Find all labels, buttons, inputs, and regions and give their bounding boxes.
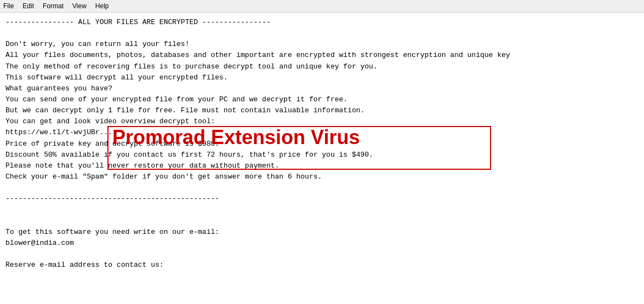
separator-line: ----------------------------------------… (5, 193, 639, 204)
line9: https://we.tl/t-wvjUBr... (5, 127, 639, 138)
line15: blower@india.com (5, 238, 639, 249)
line6: You can send one of your encrypted file … (5, 94, 639, 105)
menu-format[interactable]: Format (43, 2, 64, 10)
content-area: ---------------- ALL YOUR FILES ARE ENCR… (0, 13, 644, 275)
line13: Check your e-mail "Spam" folder if you d… (5, 171, 639, 182)
line16: Reserve e-mail address to contact us: (5, 260, 639, 271)
line10: Price of private key and decrypt softwar… (5, 139, 639, 150)
header-line: ---------------- ALL YOUR FILES ARE ENCR… (5, 17, 639, 28)
menu-file[interactable]: File (3, 2, 14, 10)
menu-help[interactable]: Help (95, 2, 109, 10)
line3: The only method of recovering files is t… (5, 61, 639, 72)
line8: You can get and look video overview decr… (5, 116, 639, 127)
menu-edit[interactable]: Edit (22, 2, 34, 10)
line1: Don't worry, you can return all your fil… (5, 39, 639, 50)
menu-bar: File Edit Format View Help (0, 0, 644, 13)
line5: What guarantees you have? (5, 83, 639, 94)
line2: All your files documents, photos, databa… (5, 50, 639, 61)
line7: But we can decrypt only 1 file for free.… (5, 105, 639, 116)
line12: Please note that you'll never restore yo… (5, 160, 639, 171)
line11: Discount 50% available if you contact us… (5, 150, 639, 160)
menu-view[interactable]: View (72, 2, 87, 10)
line4: This software will decrypt all your encr… (5, 72, 639, 83)
line14: To get this software you need write on o… (5, 227, 639, 238)
